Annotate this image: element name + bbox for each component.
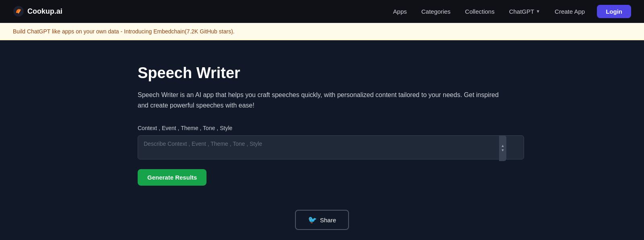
nav-link-chatgpt[interactable]: ChatGPT ▼	[504, 5, 546, 18]
chatgpt-label: ChatGPT	[509, 8, 535, 15]
textarea-wrapper: ▲ ▼	[138, 135, 506, 161]
chevron-down-icon: ▼	[536, 9, 540, 14]
nav-link-collections[interactable]: Collections	[459, 5, 500, 18]
logo-text: Cookup.ai	[27, 7, 62, 16]
nav-link-categories[interactable]: Categories	[416, 5, 456, 18]
logo-icon	[13, 6, 24, 17]
logo[interactable]: Cookup.ai	[13, 6, 62, 17]
context-textarea[interactable]	[138, 135, 524, 159]
nav-link-create-app[interactable]: Create App	[549, 5, 590, 18]
share-label: Share	[320, 217, 336, 223]
generate-button[interactable]: Generate Results	[138, 169, 206, 186]
login-button[interactable]: Login	[597, 5, 631, 18]
nav-link-apps[interactable]: Apps	[388, 5, 413, 18]
app-description: Speech Writer is an AI app that helps yo…	[138, 90, 506, 110]
announcement-banner: Build ChatGPT like apps on your own data…	[0, 23, 644, 40]
textarea-scrollbar[interactable]: ▲ ▼	[499, 135, 506, 161]
scroll-down-icon: ▼	[501, 149, 505, 152]
content-wrapper: Speech Writer Speech Writer is an AI app…	[125, 64, 519, 202]
app-title: Speech Writer	[138, 64, 506, 82]
announcement-text: Build ChatGPT like apps on your own data…	[13, 28, 235, 35]
share-button[interactable]: 🐦 Share	[295, 210, 349, 230]
share-icon: 🐦	[308, 215, 317, 224]
navbar-links: Apps Categories Collections ChatGPT ▼ Cr…	[388, 5, 631, 18]
main-content: Speech Writer Speech Writer is an AI app…	[0, 40, 644, 240]
scroll-up-icon: ▲	[501, 144, 505, 148]
navbar: Cookup.ai Apps Categories Collections Ch…	[0, 0, 644, 23]
field-label: Context , Event , Theme , Tone , Style	[138, 125, 506, 131]
share-section: 🐦 Share	[0, 210, 644, 230]
